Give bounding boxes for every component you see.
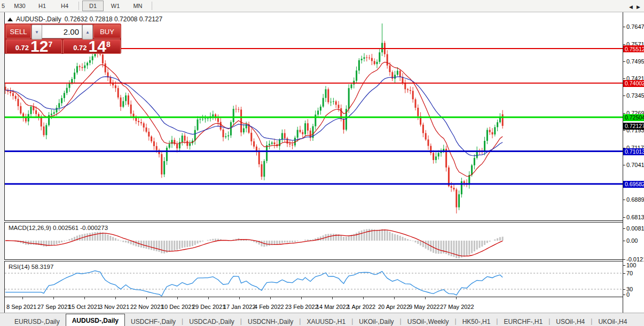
price-tick-label: 0.73450 [626,92,644,99]
date-label: 20 Apr 2022 [378,304,410,310]
date-tick [425,297,426,299]
tab-usoil-weekly[interactable]: USOil-,Weekly [402,316,455,326]
macd-label: MACD(12,26,9) 0.002561 -0.000273 [9,225,108,231]
date-label: 10 Dec 2021 [161,304,194,310]
tab-ukoil-daily[interactable]: UKOil-,Daily [353,316,399,326]
price-tick-label: 0.68130 [626,214,644,220]
price-level-box: 0.75512 [623,45,644,52]
macd-tick-label: 0.00 [626,237,638,244]
price-tick-label: 0.68890 [626,196,644,203]
date-label: 8 Sep 2021 [6,304,36,310]
date-tick [208,297,209,299]
date-label: 15 Oct 2021 [68,304,100,310]
price-tick [623,217,625,218]
date-label: 29 Dec 2021 [192,304,225,310]
tab-usdcad-daily[interactable]: USDCAD-,Daily [183,316,240,326]
date-label: 4 Feb 2022 [254,304,284,310]
sell-price-display[interactable]: 0.72 12 7 [6,39,62,54]
price-tick [623,130,625,131]
timeframe-toolbar: 5M30H1H4D1W1MN [0,0,644,12]
timeframe-button-d1[interactable]: D1 [82,1,104,11]
buy-price-sup: 8 [106,40,111,49]
sell-price-base: 0.72 [15,44,29,52]
buy-price-big: 14 [89,39,106,53]
date-label: 27 May 2022 [440,304,474,310]
price-level-box: 0.72127 [623,123,644,130]
price-level-box: 0.71013 [623,148,644,155]
price-level-box: 0.74002 [623,80,644,87]
tab-audusd-daily[interactable]: AUDUSD-,Daily [66,314,125,326]
rsi-tick [623,265,625,266]
one-click-trade-panel: SELL ▼ ▲ BUY 0.72 12 7 0.72 14 8 [4,23,121,54]
tab-eurusd-daily[interactable]: EURUSD-,Daily [9,316,66,326]
macd-tick-label: -0.01212 [626,256,644,263]
volume-input[interactable] [42,25,82,38]
tab-scroll-right-icon[interactable]: ▶ [635,3,642,11]
tab-scroll-left-icon[interactable]: ◀ [627,3,634,11]
tab-usdcnh-daily[interactable]: USDCNH-,Daily [242,316,299,326]
date-label: 1 Apr 2022 [347,304,375,310]
rsi-tick [623,273,625,274]
date-axis[interactable]: 8 Sep 202127 Sep 202115 Oct 20213 Nov 20… [5,297,623,313]
tab-ukoil-h4[interactable]: UKOil-,H4 [592,316,633,326]
date-tick [363,297,364,299]
macd-tick [623,228,625,229]
date-tick [394,297,395,299]
date-tick [456,297,457,299]
rsi-label: RSI(14) 58.3197 [9,264,53,270]
date-tick [22,297,23,299]
price-tick [623,113,625,114]
rsi-tick-label: 100 [626,262,636,268]
buy-button[interactable]: BUY [93,25,121,38]
price-axis[interactable]: 0.764700.757100.749500.742100.734500.726… [623,12,644,313]
tab-eurchf-h1[interactable]: EURCHF-,H1 [498,316,548,326]
sell-price-big: 12 [30,39,48,53]
buy-price-display[interactable]: 0.72 14 8 [63,39,121,54]
tab-xauusd-h1[interactable]: XAUUSD-,H1 [301,316,351,326]
date-tick [301,297,302,299]
price-level-box: 0.69582 [623,181,644,188]
timeframe-button-w1[interactable]: W1 [105,1,126,11]
rsi-tick [623,295,625,295]
symbol-triangle-icon [7,18,13,21]
price-tick [623,96,625,96]
date-label: 3 Nov 2021 [99,304,129,310]
date-tick [84,297,85,299]
tab-usdchf-daily[interactable]: USDCHF-,Daily [125,316,182,326]
date-tick [177,297,178,299]
rsi-tick-label: 70 [626,270,633,276]
price-tick [623,200,625,200]
date-label: 22 Nov 2021 [130,304,163,310]
tab-hk50-h1[interactable]: HK50-,H1 [457,316,497,326]
date-label: 9 May 2022 [409,304,439,310]
buy-price-base: 0.72 [73,44,87,52]
symbol-tab-bar: EURUSD-,DailyAUDUSD-,DailyUSDCHF-,Daily|… [0,313,644,326]
date-tick [146,297,147,299]
sell-button[interactable]: SELL [6,25,31,38]
macd-tick [623,241,625,241]
rsi-indicator-chart[interactable] [5,261,623,297]
price-tick [623,61,625,62]
date-label: 27 Sep 2021 [37,304,70,310]
timeframe-button-m30[interactable]: M30 [9,1,30,11]
price-tick [623,44,625,45]
date-tick [332,297,333,299]
date-tick [239,297,240,299]
price-tick-label: 0.74950 [626,58,644,65]
date-label: 23 Feb 2022 [285,304,318,310]
timeframe-button-h4[interactable]: H4 [54,1,75,11]
tab-usoil-h4[interactable]: USOil-,H4 [550,316,591,326]
price-tick [623,165,625,165]
timeframe-button-mn[interactable]: MN [127,1,148,11]
timeframe-button-5[interactable]: 5 [0,1,8,11]
price-tick [623,78,625,79]
trading-terminal-window: 5M30H1H4D1W1MN AUDUSD-,Daily 0.72632 0.7… [0,0,644,326]
price-level-box: 0.72504 [623,114,644,121]
date-tick [270,297,271,299]
chart-symbol-label: AUDUSD-,Daily [16,15,61,23]
date-label: 14 Mar 2022 [316,304,349,310]
timeframe-button-h1[interactable]: H1 [32,1,53,11]
macd-tick-label: 0.008197 [626,225,644,232]
date-tick [53,297,54,299]
macd-tick [623,259,625,260]
